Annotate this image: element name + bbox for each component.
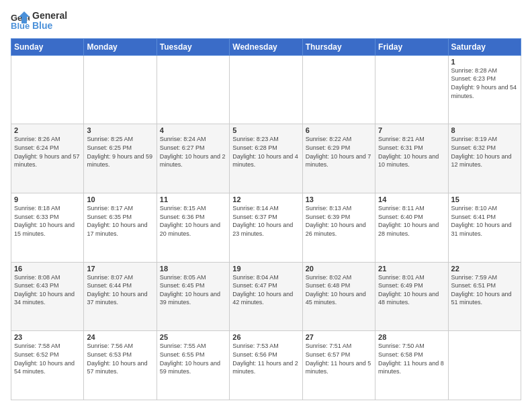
calendar-cell: 7Sunrise: 8:21 AM Sunset: 6:31 PM Daylig… <box>375 124 448 193</box>
calendar-cell: 24Sunrise: 7:56 AM Sunset: 6:53 PM Dayli… <box>84 331 157 400</box>
day-number: 12 <box>232 195 299 203</box>
day-number: 1 <box>451 58 518 66</box>
day-info: Sunrise: 8:04 AM Sunset: 6:47 PM Dayligh… <box>232 273 299 307</box>
day-number: 24 <box>87 333 153 341</box>
calendar-cell: 5Sunrise: 8:23 AM Sunset: 6:28 PM Daylig… <box>230 124 302 193</box>
day-number: 7 <box>378 126 445 134</box>
calendar-cell: 22Sunrise: 7:59 AM Sunset: 6:51 PM Dayli… <box>448 262 521 331</box>
logo-text-blue: Blue <box>32 21 67 31</box>
day-number: 3 <box>87 126 153 134</box>
calendar-cell <box>448 331 521 400</box>
day-info: Sunrise: 8:17 AM Sunset: 6:35 PM Dayligh… <box>87 204 153 238</box>
calendar-cell: 2Sunrise: 8:26 AM Sunset: 6:24 PM Daylig… <box>11 124 84 193</box>
day-info: Sunrise: 8:07 AM Sunset: 6:44 PM Dayligh… <box>87 273 153 307</box>
day-info: Sunrise: 8:22 AM Sunset: 6:29 PM Dayligh… <box>306 135 372 169</box>
calendar-cell: 23Sunrise: 7:58 AM Sunset: 6:52 PM Dayli… <box>11 331 84 400</box>
calendar-table: SundayMondayTuesdayWednesdayThursdayFrid… <box>11 38 521 400</box>
calendar-cell <box>375 55 448 124</box>
weekday-header-thursday: Thursday <box>302 38 375 55</box>
calendar-cell: 21Sunrise: 8:01 AM Sunset: 6:49 PM Dayli… <box>375 262 448 331</box>
day-info: Sunrise: 8:15 AM Sunset: 6:36 PM Dayligh… <box>160 204 226 238</box>
calendar-cell: 4Sunrise: 8:24 AM Sunset: 6:27 PM Daylig… <box>157 124 229 193</box>
day-number: 25 <box>160 333 226 341</box>
day-number: 14 <box>378 195 445 203</box>
day-info: Sunrise: 8:18 AM Sunset: 6:33 PM Dayligh… <box>14 204 81 238</box>
calendar-week-4: 16Sunrise: 8:08 AM Sunset: 6:43 PM Dayli… <box>11 262 521 331</box>
day-number: 15 <box>451 195 518 203</box>
day-info: Sunrise: 7:50 AM Sunset: 6:58 PM Dayligh… <box>378 342 445 375</box>
day-info: Sunrise: 8:23 AM Sunset: 6:28 PM Dayligh… <box>232 135 299 169</box>
day-info: Sunrise: 8:26 AM Sunset: 6:24 PM Dayligh… <box>14 135 81 169</box>
calendar-cell: 28Sunrise: 7:50 AM Sunset: 6:58 PM Dayli… <box>375 331 448 400</box>
day-number: 6 <box>306 126 372 134</box>
day-number: 19 <box>232 265 299 273</box>
day-number: 8 <box>451 126 518 134</box>
day-number: 26 <box>232 333 299 341</box>
day-number: 20 <box>306 265 372 273</box>
calendar-cell: 25Sunrise: 7:55 AM Sunset: 6:55 PM Dayli… <box>157 331 229 400</box>
day-number: 9 <box>14 195 81 203</box>
calendar-cell: 14Sunrise: 8:11 AM Sunset: 6:40 PM Dayli… <box>375 193 448 263</box>
day-number: 18 <box>160 265 226 273</box>
weekday-header-monday: Monday <box>84 38 157 55</box>
page-header: General Blue General Blue <box>11 11 521 32</box>
day-number: 5 <box>232 126 299 134</box>
calendar-cell: 10Sunrise: 8:17 AM Sunset: 6:35 PM Dayli… <box>84 193 157 263</box>
calendar-cell: 3Sunrise: 8:25 AM Sunset: 6:25 PM Daylig… <box>84 124 157 193</box>
day-info: Sunrise: 8:11 AM Sunset: 6:40 PM Dayligh… <box>378 204 445 238</box>
calendar-cell: 18Sunrise: 8:05 AM Sunset: 6:45 PM Dayli… <box>157 262 229 331</box>
day-info: Sunrise: 8:14 AM Sunset: 6:37 PM Dayligh… <box>232 204 299 238</box>
logo-icon: General Blue <box>11 11 30 30</box>
day-number: 13 <box>306 195 372 203</box>
day-number: 17 <box>87 265 153 273</box>
calendar-cell: 17Sunrise: 8:07 AM Sunset: 6:44 PM Dayli… <box>84 262 157 331</box>
calendar-cell <box>11 55 84 124</box>
day-info: Sunrise: 8:05 AM Sunset: 6:45 PM Dayligh… <box>160 273 226 307</box>
day-info: Sunrise: 7:53 AM Sunset: 6:56 PM Dayligh… <box>232 342 299 375</box>
calendar-week-3: 9Sunrise: 8:18 AM Sunset: 6:33 PM Daylig… <box>11 193 521 263</box>
day-info: Sunrise: 8:08 AM Sunset: 6:43 PM Dayligh… <box>14 273 81 307</box>
weekday-header-tuesday: Tuesday <box>157 38 229 55</box>
day-info: Sunrise: 7:55 AM Sunset: 6:55 PM Dayligh… <box>160 342 226 375</box>
calendar-cell <box>302 55 375 124</box>
calendar-cell: 20Sunrise: 8:02 AM Sunset: 6:48 PM Dayli… <box>302 262 375 331</box>
day-info: Sunrise: 7:59 AM Sunset: 6:51 PM Dayligh… <box>451 273 518 307</box>
day-number: 4 <box>160 126 226 134</box>
day-number: 2 <box>14 126 81 134</box>
day-info: Sunrise: 8:10 AM Sunset: 6:41 PM Dayligh… <box>451 204 518 238</box>
day-info: Sunrise: 7:51 AM Sunset: 6:57 PM Dayligh… <box>306 342 372 375</box>
calendar-cell: 13Sunrise: 8:13 AM Sunset: 6:39 PM Dayli… <box>302 193 375 263</box>
day-number: 10 <box>87 195 153 203</box>
day-info: Sunrise: 8:02 AM Sunset: 6:48 PM Dayligh… <box>306 273 372 307</box>
day-info: Sunrise: 8:21 AM Sunset: 6:31 PM Dayligh… <box>378 135 445 169</box>
calendar-cell: 6Sunrise: 8:22 AM Sunset: 6:29 PM Daylig… <box>302 124 375 193</box>
day-number: 22 <box>451 265 518 273</box>
calendar-cell: 27Sunrise: 7:51 AM Sunset: 6:57 PM Dayli… <box>302 331 375 400</box>
day-number: 21 <box>378 265 445 273</box>
calendar-cell: 12Sunrise: 8:14 AM Sunset: 6:37 PM Dayli… <box>230 193 302 263</box>
calendar-cell: 1Sunrise: 8:28 AM Sunset: 6:23 PM Daylig… <box>448 55 521 124</box>
day-info: Sunrise: 7:58 AM Sunset: 6:52 PM Dayligh… <box>14 342 81 375</box>
calendar-cell: 11Sunrise: 8:15 AM Sunset: 6:36 PM Dayli… <box>157 193 229 263</box>
calendar-cell: 9Sunrise: 8:18 AM Sunset: 6:33 PM Daylig… <box>11 193 84 263</box>
logo-text-general: General <box>32 11 67 21</box>
day-info: Sunrise: 8:24 AM Sunset: 6:27 PM Dayligh… <box>160 135 226 169</box>
calendar-cell: 26Sunrise: 7:53 AM Sunset: 6:56 PM Dayli… <box>230 331 302 400</box>
day-info: Sunrise: 8:13 AM Sunset: 6:39 PM Dayligh… <box>306 204 372 238</box>
calendar-cell <box>230 55 302 124</box>
weekday-header-friday: Friday <box>375 38 448 55</box>
calendar-header-row: SundayMondayTuesdayWednesdayThursdayFrid… <box>11 38 521 55</box>
day-info: Sunrise: 8:19 AM Sunset: 6:32 PM Dayligh… <box>451 135 518 169</box>
day-number: 23 <box>14 333 81 341</box>
day-info: Sunrise: 8:25 AM Sunset: 6:25 PM Dayligh… <box>87 135 153 169</box>
day-number: 28 <box>378 333 445 341</box>
day-number: 27 <box>306 333 372 341</box>
calendar-week-1: 1Sunrise: 8:28 AM Sunset: 6:23 PM Daylig… <box>11 55 521 124</box>
weekday-header-saturday: Saturday <box>448 38 521 55</box>
calendar-cell <box>157 55 229 124</box>
calendar-cell: 19Sunrise: 8:04 AM Sunset: 6:47 PM Dayli… <box>230 262 302 331</box>
weekday-header-wednesday: Wednesday <box>230 38 302 55</box>
day-info: Sunrise: 7:56 AM Sunset: 6:53 PM Dayligh… <box>87 342 153 375</box>
logo: General Blue General Blue <box>11 11 67 32</box>
weekday-header-sunday: Sunday <box>11 38 84 55</box>
